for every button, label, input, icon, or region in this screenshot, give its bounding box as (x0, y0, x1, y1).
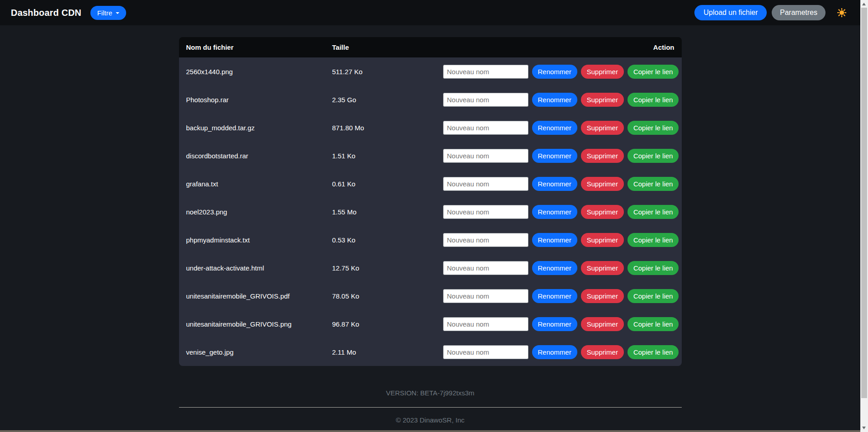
main-container: Nom du fichier Taille Action 2560x1440.p… (179, 37, 682, 366)
rename-input[interactable] (443, 345, 528, 359)
table-row: under-attack-activate.html 12.75 Ko Reno… (179, 254, 682, 282)
delete-button[interactable]: Supprimer (581, 149, 624, 163)
rename-input[interactable] (443, 289, 528, 303)
row-actions: Renommer Supprimer Copier le lien (443, 289, 682, 303)
table-row: unitesanitairemobile_GRIVOIS.png 96.87 K… (179, 310, 682, 338)
row-actions: Renommer Supprimer Copier le lien (443, 317, 682, 331)
settings-button[interactable]: Parametres (772, 5, 826, 20)
navbar-right: Upload un fichier Parametres (694, 5, 846, 20)
table-row: grafana.txt 0.61 Ko Renommer Supprimer C… (179, 170, 682, 198)
file-name: noel2023.png (179, 208, 332, 216)
scroll-up-arrow-icon[interactable] (862, 3, 866, 5)
app-title: Dashboard CDN (11, 8, 81, 18)
file-size: 511.27 Ko (332, 68, 443, 76)
table-row: Photoshop.rar 2.35 Go Renommer Supprimer… (179, 85, 682, 114)
file-size: 12.75 Ko (332, 264, 443, 272)
navbar: Dashboard CDN Filtre Upload un fichier P… (0, 0, 860, 25)
rename-input[interactable] (443, 93, 528, 107)
file-name: discordbotstarted.rar (179, 152, 332, 160)
scrollbar-thumb[interactable] (861, 8, 867, 398)
delete-button[interactable]: Supprimer (581, 177, 624, 191)
header-action: Action (443, 43, 682, 51)
file-size: 0.61 Ko (332, 180, 443, 188)
copy-link-button[interactable]: Copier le lien (627, 317, 679, 331)
copy-link-button[interactable]: Copier le lien (627, 205, 679, 219)
delete-button[interactable]: Supprimer (581, 345, 624, 359)
delete-button[interactable]: Supprimer (581, 93, 624, 107)
rename-input[interactable] (443, 261, 528, 275)
file-table: Nom du fichier Taille Action 2560x1440.p… (179, 37, 682, 366)
copy-link-button[interactable]: Copier le lien (627, 121, 679, 135)
table-row: discordbotstarted.rar 1.51 Ko Renommer S… (179, 142, 682, 170)
row-actions: Renommer Supprimer Copier le lien (443, 177, 682, 191)
row-actions: Renommer Supprimer Copier le lien (443, 93, 682, 107)
rename-button[interactable]: Renommer (532, 289, 577, 303)
file-name: Photoshop.rar (179, 96, 332, 104)
upload-file-button[interactable]: Upload un fichier (694, 5, 767, 20)
row-actions: Renommer Supprimer Copier le lien (443, 121, 682, 135)
table-row: backup_modded.tar.gz 871.80 Mo Renommer … (179, 114, 682, 142)
rename-button[interactable]: Renommer (532, 65, 577, 79)
table-row: phpmyadminstack.txt 0.53 Ko Renommer Sup… (179, 226, 682, 254)
scroll-down-arrow-icon[interactable] (862, 427, 866, 429)
table-row: 2560x1440.png 511.27 Ko Renommer Supprim… (179, 57, 682, 85)
delete-button[interactable]: Supprimer (581, 65, 624, 79)
copy-link-button[interactable]: Copier le lien (627, 65, 679, 79)
file-size: 1.55 Mo (332, 208, 443, 216)
file-size: 1.51 Ko (332, 152, 443, 160)
file-size: 2.11 Mo (332, 348, 443, 356)
delete-button[interactable]: Supprimer (581, 261, 624, 275)
rename-input[interactable] (443, 317, 528, 331)
table-header-row: Nom du fichier Taille Action (179, 37, 682, 57)
delete-button[interactable]: Supprimer (581, 121, 624, 135)
rename-input[interactable] (443, 65, 528, 79)
rename-button[interactable]: Renommer (532, 233, 577, 247)
copyright-text: © 2023 DinawoSR, Inc (0, 416, 860, 424)
sun-icon[interactable] (837, 8, 846, 17)
table-row: unitesanitairemobile_GRIVOIS.pdf 78.05 K… (179, 282, 682, 310)
row-actions: Renommer Supprimer Copier le lien (443, 149, 682, 163)
footer-divider (179, 407, 682, 408)
rename-button[interactable]: Renommer (532, 345, 577, 359)
row-actions: Renommer Supprimer Copier le lien (443, 261, 682, 275)
footer: VERSION: BETA-7j992txs3m © 2023 DinawoSR… (0, 389, 860, 424)
rename-input[interactable] (443, 177, 528, 191)
delete-button[interactable]: Supprimer (581, 317, 624, 331)
copy-link-button[interactable]: Copier le lien (627, 261, 679, 275)
delete-button[interactable]: Supprimer (581, 289, 624, 303)
rename-input[interactable] (443, 233, 528, 247)
file-size: 0.53 Ko (332, 236, 443, 244)
file-name: unitesanitairemobile_GRIVOIS.png (179, 320, 332, 328)
filter-dropdown-button[interactable]: Filtre (90, 6, 126, 20)
rename-button[interactable]: Renommer (532, 317, 577, 331)
header-file-size: Taille (332, 43, 443, 51)
copy-link-button[interactable]: Copier le lien (627, 177, 679, 191)
file-name: under-attack-activate.html (179, 264, 332, 272)
row-actions: Renommer Supprimer Copier le lien (443, 205, 682, 219)
version-text: VERSION: BETA-7j992txs3m (0, 389, 860, 397)
file-name: unitesanitairemobile_GRIVOIS.pdf (179, 292, 332, 300)
bottom-edge-strip (0, 430, 860, 432)
file-size: 78.05 Ko (332, 292, 443, 300)
rename-input[interactable] (443, 121, 528, 135)
rename-button[interactable]: Renommer (532, 93, 577, 107)
delete-button[interactable]: Supprimer (581, 205, 624, 219)
rename-button[interactable]: Renommer (532, 149, 577, 163)
rename-button[interactable]: Renommer (532, 177, 577, 191)
row-actions: Renommer Supprimer Copier le lien (443, 65, 682, 79)
rename-input[interactable] (443, 149, 528, 163)
copy-link-button[interactable]: Copier le lien (627, 93, 679, 107)
table-row: venise_geto.jpg 2.11 Mo Renommer Supprim… (179, 338, 682, 366)
copy-link-button[interactable]: Copier le lien (627, 233, 679, 247)
copy-link-button[interactable]: Copier le lien (627, 149, 679, 163)
copy-link-button[interactable]: Copier le lien (627, 345, 679, 359)
file-size: 2.35 Go (332, 96, 443, 104)
rename-button[interactable]: Renommer (532, 121, 577, 135)
delete-button[interactable]: Supprimer (581, 233, 624, 247)
rename-button[interactable]: Renommer (532, 261, 577, 275)
caret-down-icon (116, 12, 119, 14)
copy-link-button[interactable]: Copier le lien (627, 289, 679, 303)
vertical-scrollbar[interactable] (860, 0, 868, 432)
rename-input[interactable] (443, 205, 528, 219)
rename-button[interactable]: Renommer (532, 205, 577, 219)
